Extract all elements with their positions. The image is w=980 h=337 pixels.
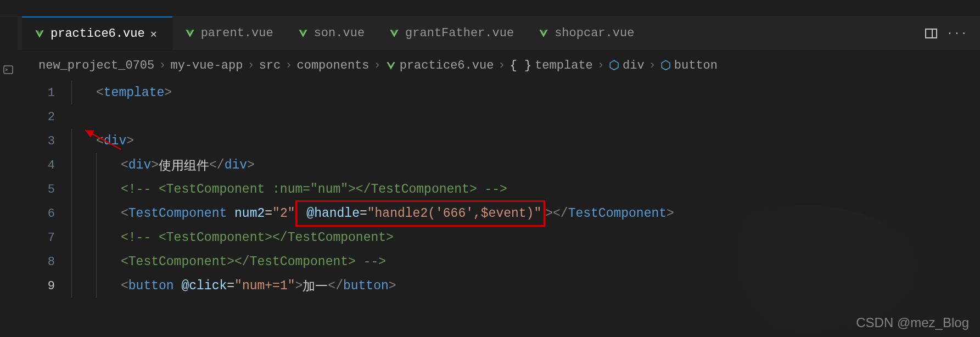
line-number: 7 xyxy=(38,231,71,245)
code-editor[interactable]: 1 <template> 2 3 <div> 4 <div>使用组件</div>… xyxy=(0,81,980,298)
tab-label: practice6.vue xyxy=(51,27,145,41)
code-line: 6 <TestComponent num2="2" @handle="handl… xyxy=(38,201,980,226)
breadcrumb-item[interactable]: src xyxy=(259,59,281,72)
cube-icon: ⬡ xyxy=(609,58,619,73)
code-line: 5 <!-- <TestComponent :num="num"></TestC… xyxy=(38,177,980,201)
code-line: 1 <template> xyxy=(38,81,980,105)
vue-icon xyxy=(389,28,400,39)
line-number: 6 xyxy=(38,207,71,221)
tab-label: parent.vue xyxy=(201,26,273,40)
line-number: 2 xyxy=(38,110,71,124)
tab-label: shopcar.vue xyxy=(555,26,634,40)
braces-icon: { } xyxy=(510,59,532,72)
tab-bar: practice6.vue ✕ parent.vue son.vue grant… xyxy=(0,16,980,50)
vue-icon xyxy=(385,60,396,71)
title-bar-spacer xyxy=(0,0,980,16)
svg-rect-0 xyxy=(4,66,13,74)
chevron-right-icon: › xyxy=(498,59,505,72)
breadcrumb-item[interactable]: ⬡ div xyxy=(609,58,645,73)
tab-label: son.vue xyxy=(314,26,365,40)
breadcrumb-item[interactable]: ⬡ button xyxy=(660,58,718,73)
chevron-right-icon: › xyxy=(597,59,604,72)
chevron-right-icon: › xyxy=(247,59,254,72)
breadcrumb-item[interactable]: new_project_0705 xyxy=(38,59,154,72)
tab-parent[interactable]: parent.vue xyxy=(172,16,285,50)
line-number: 8 xyxy=(38,255,71,269)
tab-practice6[interactable]: practice6.vue ✕ xyxy=(22,16,172,50)
split-editor-icon[interactable] xyxy=(925,29,937,38)
code-line: 2 xyxy=(38,105,980,129)
line-number: 9 xyxy=(38,279,71,293)
line-number: 4 xyxy=(38,159,71,172)
tab-grantfather[interactable]: grantFather.vue xyxy=(377,16,526,50)
chevron-right-icon: › xyxy=(285,59,292,72)
more-icon[interactable]: ··· xyxy=(947,28,968,39)
close-icon[interactable]: ✕ xyxy=(150,27,160,41)
breadcrumb-item[interactable]: my-vue-app xyxy=(170,59,243,72)
breadcrumb: new_project_0705 › my-vue-app › src › co… xyxy=(0,50,980,81)
vue-icon xyxy=(34,29,45,40)
breadcrumb-item[interactable]: practice6.vue xyxy=(385,59,494,72)
tab-son[interactable]: son.vue xyxy=(285,16,377,50)
breadcrumb-item[interactable]: { } template xyxy=(510,59,593,72)
line-number: 1 xyxy=(38,86,71,100)
code-line: 9 <button @click="num+=1">加一</button> xyxy=(38,274,980,298)
chevron-right-icon: › xyxy=(159,59,166,72)
code-line: 7 <!-- <TestComponent></TestComponent> xyxy=(38,226,980,250)
chevron-right-icon: › xyxy=(374,59,381,72)
code-line: 3 <div> xyxy=(38,129,980,153)
annotation-highlight: @handle="handle2('666',$event)" xyxy=(295,200,546,227)
code-line: 8 <TestComponent></TestComponent> --> xyxy=(38,250,980,274)
line-number: 3 xyxy=(38,134,71,148)
vue-icon xyxy=(184,28,195,39)
watermark: CSDN @mez_Blog xyxy=(856,315,969,330)
line-number: 5 xyxy=(38,183,71,196)
vue-icon xyxy=(298,28,309,39)
breadcrumb-item[interactable]: components xyxy=(296,59,369,72)
vue-icon xyxy=(538,28,549,39)
chevron-right-icon: › xyxy=(649,59,656,72)
cube-icon: ⬡ xyxy=(660,58,671,73)
terminal-icon[interactable] xyxy=(3,65,13,77)
tab-shopcar[interactable]: shopcar.vue xyxy=(526,16,646,50)
tab-label: grantFather.vue xyxy=(405,26,514,40)
code-line: 4 <div>使用组件</div> xyxy=(38,153,980,177)
